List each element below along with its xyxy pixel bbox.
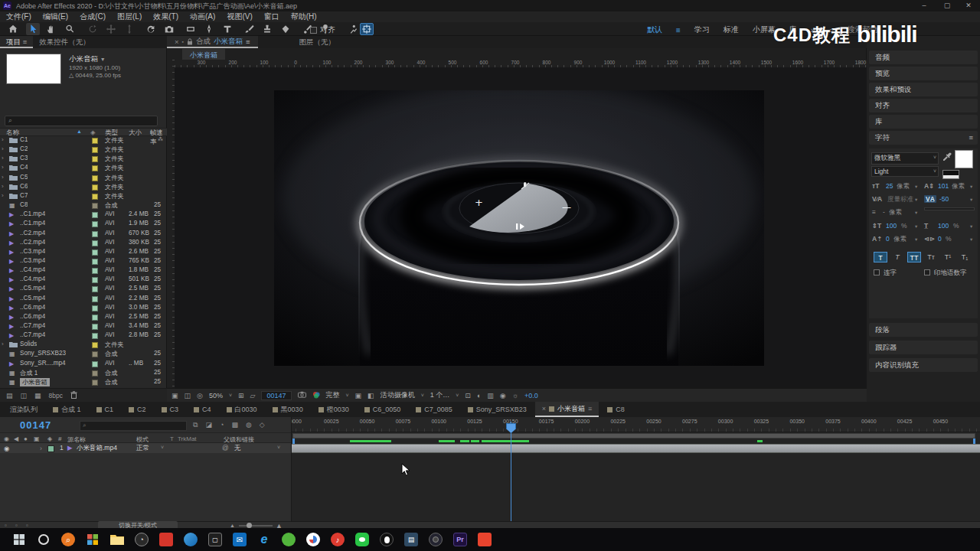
magnification-icon[interactable]: ◫	[185, 392, 191, 399]
menu-item-3[interactable]: 图层(L)	[117, 11, 142, 22]
zoom-level[interactable]: 50%	[209, 392, 223, 399]
timeline-tab-10[interactable]: C7_0085	[409, 402, 459, 417]
reset-exposure-icon[interactable]: ☼	[512, 392, 518, 399]
taskbar-icon-browser-blue[interactable]	[182, 531, 199, 548]
project-item-row[interactable]: ›C3文件夹	[0, 155, 167, 164]
stroke-style-select[interactable]: ˅	[924, 207, 975, 210]
tab-project[interactable]: 项目 ≡	[0, 36, 33, 48]
kerning-value[interactable]: 度量标准	[887, 195, 913, 204]
expand-arrow-icon[interactable]: ›	[2, 183, 4, 190]
align-option[interactable]: 对齐	[310, 24, 335, 35]
work-area-bar[interactable]	[292, 433, 975, 439]
comp-mini-flowchart-icon[interactable]: ⧉	[193, 421, 198, 429]
label-color-chip[interactable]	[92, 147, 98, 153]
timeline-tab-2[interactable]: C1	[90, 402, 121, 417]
item-name[interactable]: ..C6.mp4	[20, 313, 45, 320]
panel-header-below-1[interactable]: 跟踪器	[869, 341, 978, 354]
item-name[interactable]: C8	[20, 201, 28, 208]
viewer-canvas[interactable]: + —	[175, 67, 867, 388]
project-item-row[interactable]: ▶..C6.mp4AVI3.0 MB25	[0, 304, 167, 313]
label-color-chip[interactable]	[92, 138, 98, 144]
pan-tool-icon[interactable]	[104, 23, 118, 35]
font-family-select[interactable]: 微软雅黑˅	[871, 152, 939, 165]
hindi-digits-checkbox[interactable]	[924, 269, 930, 276]
item-name[interactable]: ..C7.mp4	[20, 331, 45, 338]
trash-icon[interactable]	[70, 391, 77, 400]
label-color-chip[interactable]	[92, 351, 98, 357]
project-columns-header[interactable]: 名称 ▲ ◈ 类型 大小 帧速率	[0, 128, 167, 136]
label-color-chip[interactable]	[92, 296, 98, 302]
pixel-aspect-icon[interactable]: ⊡	[465, 392, 471, 399]
item-name[interactable]: ..C1.mp4	[20, 220, 45, 227]
timeline-tab-11[interactable]: Sony_SRSXB23	[461, 402, 534, 417]
timeline-tab-7[interactable]: 黑0030	[266, 402, 310, 417]
faux-style-button-4[interactable]: T¹	[941, 252, 955, 262]
item-name[interactable]: ..C5.mp4	[20, 295, 45, 302]
expand-arrow-icon[interactable]: ›	[2, 136, 4, 143]
taskbar-icon-red-app[interactable]	[476, 531, 493, 548]
taskbar-icon-green-app[interactable]	[280, 531, 297, 548]
expand-arrow-icon[interactable]: ›	[2, 164, 4, 171]
timeline-tab-6[interactable]: 白0030	[220, 402, 264, 417]
layer-row[interactable]: ◉ › 1 ▶ 小米音箱.mp4 正常 ˅ @ 无 ˅	[0, 443, 291, 453]
timeline-zoom-slider[interactable]	[239, 525, 273, 527]
home-tool-icon[interactable]	[6, 23, 20, 35]
channels-icon[interactable]	[312, 391, 320, 400]
label-color-chip[interactable]	[92, 361, 98, 367]
close-tab-icon[interactable]: ×	[175, 37, 179, 46]
project-item-row[interactable]: ▶Sony_SR....mp4AVI.. MB25	[0, 360, 167, 369]
panel-header-below-2[interactable]: 内容识别填充	[869, 358, 978, 372]
item-name[interactable]: Sony_SRSXB23	[20, 350, 66, 357]
timeline-tab-8[interactable]: 橙0030	[312, 402, 356, 417]
grid-options-icon[interactable]: ⊞	[238, 392, 244, 399]
minimize-button[interactable]: –	[914, 0, 934, 11]
character-menu-icon[interactable]: ≡	[969, 131, 973, 145]
label-color-chip[interactable]	[92, 333, 98, 339]
label-color-chip[interactable]	[92, 240, 98, 246]
label-color-chip[interactable]	[92, 324, 98, 330]
project-item-row[interactable]: ›C7文件夹	[0, 192, 167, 201]
project-item-row[interactable]: ▶..C7.mp4AVI3.4 MB25	[0, 322, 167, 331]
graph-editor-icon[interactable]: ◇	[260, 421, 265, 429]
timeline-tab-3[interactable]: C2	[122, 402, 153, 417]
eraser-tool-icon[interactable]	[279, 23, 292, 35]
selection-tool-icon[interactable]	[26, 23, 40, 35]
fill-color-swatch[interactable]	[955, 150, 973, 168]
taskbar-icon-camera-app[interactable]	[427, 531, 444, 548]
panel-header-3[interactable]: 对齐	[869, 99, 978, 112]
active-camera-select[interactable]: 活动摄像机	[381, 390, 415, 400]
layer-mode-select[interactable]: 正常	[136, 444, 149, 453]
taskbar-icon-calculator[interactable]: ▤	[403, 531, 420, 548]
item-name[interactable]: Solids	[20, 341, 37, 347]
label-color-chip[interactable]	[92, 315, 98, 321]
create-folder-icon[interactable]: ◫	[21, 392, 28, 399]
label-color-chip[interactable]	[92, 221, 98, 227]
taskbar-icon-dark-box[interactable]: ▢	[207, 531, 224, 548]
taskbar-icon-premiere[interactable]: Pr	[452, 531, 469, 548]
label-color-chip[interactable]	[92, 231, 98, 237]
tab-menu-icon[interactable]: ≡	[588, 405, 592, 412]
selected-comp-name[interactable]: 小米音箱 ▼	[69, 54, 106, 64]
dolly-tool-icon[interactable]	[122, 23, 136, 35]
panel-menu-icon[interactable]: ≡	[246, 37, 250, 46]
timeline-tab-5[interactable]: C4	[187, 402, 218, 417]
preview-glasses-icon[interactable]: ◎	[197, 392, 203, 399]
layer-eye-icon[interactable]: ◉	[4, 445, 9, 452]
label-color-chip[interactable]	[92, 249, 98, 256]
motion-blur-icon[interactable]: ◍	[246, 421, 252, 429]
item-name[interactable]: ..C4.mp4	[20, 276, 45, 282]
project-item-row[interactable]: ▶..C3.mp4AVI765 KB25	[0, 257, 167, 266]
project-item-row[interactable]: ▶..C1.mp4AVI2.4 MB25	[0, 210, 167, 220]
eyedropper-icon[interactable]	[942, 152, 952, 161]
label-color-chip[interactable]	[92, 175, 98, 181]
close-tab-icon[interactable]: ×	[542, 405, 546, 412]
menu-item-0[interactable]: 文件(F)	[6, 11, 31, 22]
menu-item-8[interactable]: 帮助(H)	[291, 11, 317, 22]
project-item-row[interactable]: ▦小米音箱合成25	[0, 378, 167, 387]
vertical-scale-value[interactable]: 100	[886, 222, 897, 230]
align-checkbox[interactable]	[310, 27, 317, 34]
resolution-select[interactable]: 完整	[326, 390, 340, 400]
baseline-shift-value[interactable]: 0	[886, 235, 890, 243]
label-color-chip[interactable]	[92, 380, 98, 386]
expand-arrow-icon[interactable]: ›	[2, 192, 4, 199]
